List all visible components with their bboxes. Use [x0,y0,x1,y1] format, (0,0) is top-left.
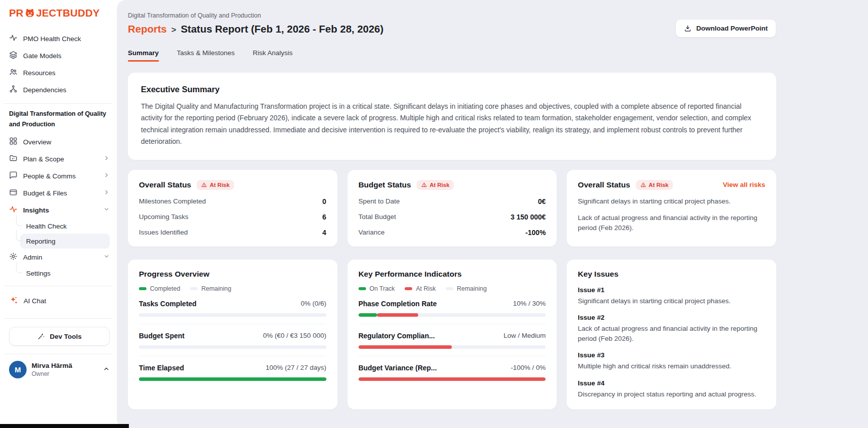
dev-tools-button[interactable]: Dev Tools [9,327,110,346]
progress-value: 100% (27 / 27 days) [266,364,326,371]
progress-label: Time Elapsed [139,364,184,372]
user-menu[interactable]: M Mirva Härmä Owner [4,354,113,378]
card-title: Overall Status [139,180,191,189]
breadcrumb-separator: > [171,25,176,35]
view-all-risks-link[interactable]: View all risks [723,181,765,188]
sidebar-item-pmo-health-check[interactable]: PMO Health Check [9,30,110,47]
progress-bar [139,313,326,317]
issue-item: Issue #2 Lack of actual progress and fin… [578,314,765,344]
sidebar-subitem-label: Settings [26,270,51,277]
issue-text: Significant delays in starting critical … [578,296,765,306]
pig-face-icon [25,8,35,18]
avatar: M [9,361,27,378]
sidebar-item-budget-files[interactable]: Budget & Files [9,184,110,201]
sidebar-item-ai-chat[interactable]: AI Chat [9,291,110,310]
project-label: Digital Transformation of Quality and Pr… [128,12,776,19]
key-issues-card: Key Issues Issue #1 Significant delays i… [567,260,776,409]
issue-item: Issue #4 Discrepancy in project status r… [578,379,765,399]
stat-value: 4 [322,229,326,237]
issue-label: Issue #3 [578,351,765,359]
kpi-card: Key Performance Indicators On Track At R… [348,260,557,409]
stat-row: Spent to Date0€ [359,197,546,205]
card-title: Budget Status [359,180,411,189]
user-role: Owner [32,370,72,377]
sidebar-item-label: Admin [23,254,42,261]
sidebar-item-admin[interactable]: Admin [9,249,110,266]
stat-label: Spent to Date [359,197,400,205]
stat-value: 6 [322,213,326,221]
user-name: Mirva Härmä [32,362,72,369]
sidebar-item-resources[interactable]: Resources [9,64,110,81]
sidebar-item-reporting[interactable]: Reporting [20,234,110,249]
issue-item: Issue #3 Multiple high and critical risk… [578,351,765,371]
folder-icon [9,154,18,164]
issue-text: Multiple high and critical risks remain … [578,361,765,371]
kpi-bar [359,377,546,381]
stat-label: Milestones Completed [139,197,206,205]
app-logo[interactable]: PR JECTBUDDY [9,7,110,19]
sidebar-item-plan-scope[interactable]: Plan & Scope [9,150,110,167]
grid-icon [9,137,18,147]
tab-summary[interactable]: Summary [128,49,159,62]
chevron-down-icon [103,253,110,261]
stat-row: Milestones Completed0 [139,197,326,205]
legend-dot-remaining [190,287,198,290]
legend-label: Remaining [201,285,231,292]
gear-icon [9,252,18,262]
progress-bar [139,345,326,349]
wallet-icon [9,188,18,198]
network-icon [9,85,18,95]
card-title: Key Issues [578,270,765,279]
avatar-initial: M [15,365,21,374]
status-badge: At Risk [417,180,454,190]
sidebar-item-insights[interactable]: Insights [9,201,110,219]
issue-text: Lack of actual progress and financial ac… [578,324,765,344]
download-powerpoint-button[interactable]: Download PowerPoint [675,19,776,38]
kpi-value: 10% / 30% [513,300,546,307]
warning-icon [640,182,646,188]
breadcrumb-reports-link[interactable]: Reports [128,23,166,35]
executive-summary-title: Executive Summary [141,85,763,94]
sidebar-item-overview[interactable]: Overview [9,133,110,150]
legend-dot-at-risk [405,287,412,290]
page-title: Status Report (Feb 1, 2026 - Feb 28, 202… [181,23,383,35]
stat-label: Issues Identified [139,229,188,236]
sidebar-project-name: Digital Transformation of Quality and Pr… [9,109,110,129]
sidebar-item-people-comms[interactable]: People & Comms [9,167,110,184]
chevron-up-icon [103,365,110,374]
progress-row: Time Elapsed100% (27 / 27 days) [139,364,326,381]
kpi-label: Regulatory Complian... [359,332,435,340]
tab-risk-analysis[interactable]: Risk Analysis [253,49,293,62]
kpi-row: Phase Completion Rate10% / 30% [359,300,546,324]
tab-tasks-milestones[interactable]: Tasks & Milestones [177,49,235,62]
legend-label: At Risk [416,285,436,292]
status-badge-label: At Risk [649,182,669,188]
progress-value: 0% (€0 / €3 150 000) [263,332,326,339]
kpi-row: Regulatory Complian...Low / Medium [359,332,546,356]
download-button-label: Download PowerPoint [696,25,768,32]
stat-value: 0 [322,197,326,205]
status-badge: At Risk [636,180,673,190]
wand-icon [37,332,45,340]
pulse-icon [9,34,18,44]
sidebar-divider [4,103,113,104]
chevron-right-icon [103,172,110,180]
sidebar-item-label: Budget & Files [23,189,67,197]
chat-icon [9,171,18,181]
sidebar-subitem-label: Health Check [26,223,67,230]
stat-label: Variance [359,229,385,236]
stat-row: Issues Identified4 [139,229,326,237]
sidebar-item-dependencies[interactable]: Dependencies [9,81,110,98]
sidebar-item-health-check[interactable]: Health Check [20,219,110,234]
logo-text-post: JECTBUDDY [36,7,100,19]
progress-value: 0% (0/6) [301,300,326,307]
legend-dot-remaining [446,287,453,290]
sidebar-divider [4,318,113,319]
logo-text-pre: PR [9,7,24,19]
sidebar-item-settings[interactable]: Settings [20,266,110,281]
card-title: Key Performance Indicators [359,270,546,279]
executive-summary-card: Executive Summary The Digital Quality an… [128,73,776,160]
sidebar-item-gate-models[interactable]: Gate Models [9,47,110,64]
legend: On Track At Risk Remaining [359,285,546,292]
progress-label: Budget Spent [139,332,185,340]
